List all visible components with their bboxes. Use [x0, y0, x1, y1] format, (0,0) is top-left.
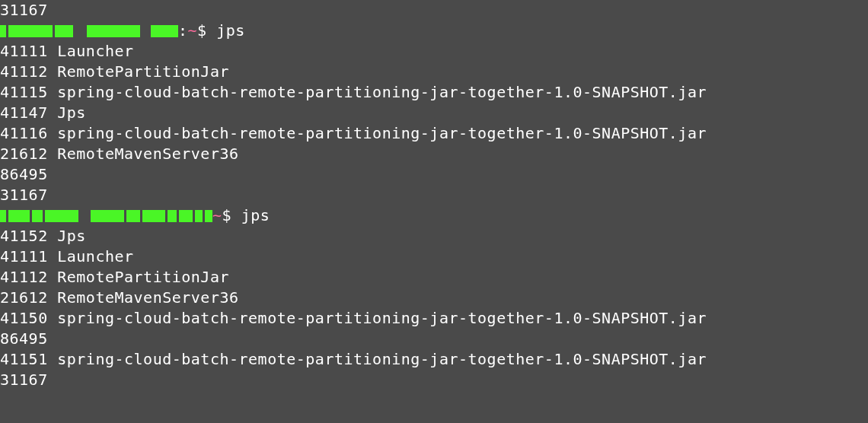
prompt-line-1: :~$ jps: [0, 21, 868, 41]
output-line: 41116 spring-cloud-batch-remote-partitio…: [0, 123, 868, 144]
redacted-hostname-2: [0, 210, 212, 222]
prompt-colon: :: [178, 21, 188, 41]
output-line: 41147 Jps: [0, 103, 868, 123]
output-line: 41112 RemotePartitionJar: [0, 267, 868, 288]
prompt-tilde: ~: [212, 205, 222, 226]
output-line: 41152 Jps: [0, 226, 868, 246]
redacted-hostname-1: [0, 25, 178, 37]
output-line: 31167: [0, 370, 868, 390]
output-line: 31167: [0, 185, 868, 205]
command-input-2: jps: [241, 205, 270, 226]
output-line: 41111 Launcher: [0, 246, 868, 267]
output-line: 41115 spring-cloud-batch-remote-partitio…: [0, 82, 868, 103]
prompt-dollar: $: [197, 21, 207, 41]
output-line: 41112 RemotePartitionJar: [0, 62, 868, 82]
prompt-dollar: $: [222, 205, 232, 226]
output-line: 21612 RemoteMavenServer36: [0, 288, 868, 308]
command-input-1: jps: [216, 21, 245, 41]
output-line: 41111 Launcher: [0, 41, 868, 62]
prompt-tilde: ~: [188, 21, 198, 41]
terminal-window[interactable]: 31167 :~$ jps 41111 Launcher 41112 Remot…: [0, 0, 868, 390]
output-line: 86495: [0, 329, 868, 349]
output-line: 41150 spring-cloud-batch-remote-partitio…: [0, 308, 868, 329]
output-line: 21612 RemoteMavenServer36: [0, 144, 868, 164]
prompt-line-2: ~$ jps: [0, 205, 868, 226]
output-line: 86495: [0, 164, 868, 185]
partial-output-line: 31167: [0, 0, 868, 21]
output-line: 41151 spring-cloud-batch-remote-partitio…: [0, 349, 868, 370]
